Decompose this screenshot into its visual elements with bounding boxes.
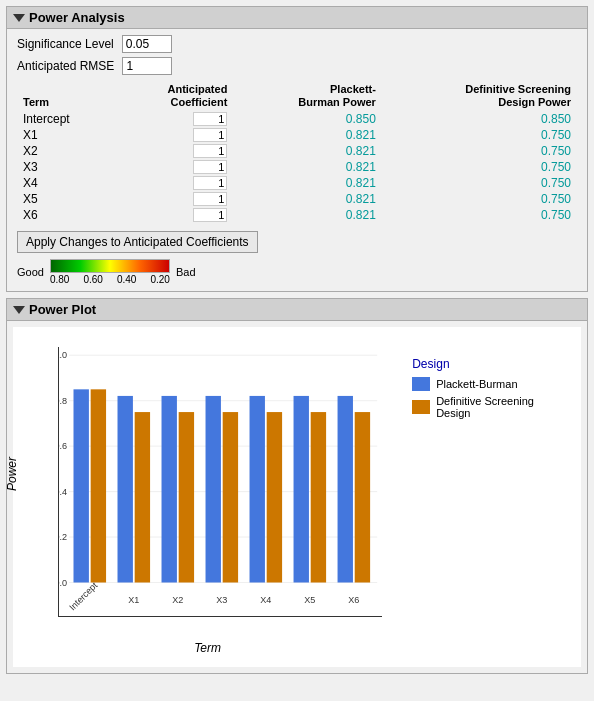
svg-text:Intercept: Intercept bbox=[67, 580, 99, 612]
legend-items: Plackett-Burman Definitive Screening Des… bbox=[412, 377, 571, 419]
pb-power-cell: 0.821 bbox=[233, 191, 382, 207]
col-dsd-power: Definitive ScreeningDesign Power bbox=[382, 81, 577, 111]
apply-btn-row: Apply Changes to Anticipated Coefficient… bbox=[17, 223, 577, 253]
dsd-power-cell: 0.750 bbox=[382, 175, 577, 191]
coeff-input-1[interactable] bbox=[193, 128, 227, 142]
svg-rect-16 bbox=[135, 412, 150, 582]
coeff-input-0[interactable] bbox=[193, 112, 227, 126]
coeff-cell bbox=[114, 207, 233, 223]
plot-container: Power 0.00.20.40.60.81.0InterceptX1X2X3X… bbox=[23, 337, 571, 657]
dsd-power-cell: 0.850 bbox=[382, 111, 577, 127]
term-name: X3 bbox=[17, 159, 114, 175]
y-axis-label: Power bbox=[5, 457, 19, 491]
svg-text:X5: X5 bbox=[304, 595, 315, 605]
svg-rect-30 bbox=[338, 396, 353, 583]
gradient-rect bbox=[50, 259, 170, 273]
term-name: X1 bbox=[17, 127, 114, 143]
svg-text:X2: X2 bbox=[172, 595, 183, 605]
pb-power-cell: 0.850 bbox=[233, 111, 382, 127]
svg-rect-22 bbox=[223, 412, 238, 582]
svg-rect-18 bbox=[162, 396, 177, 583]
pb-power-cell: 0.821 bbox=[233, 127, 382, 143]
gradient-bar: Good 0.80 0.60 0.40 0.20 Bad bbox=[17, 259, 577, 285]
coeff-cell bbox=[114, 159, 233, 175]
legend: Design Plackett-Burman Definitive Screen… bbox=[412, 337, 571, 423]
svg-text:X1: X1 bbox=[128, 595, 139, 605]
significance-row: Significance Level bbox=[17, 35, 577, 53]
svg-rect-31 bbox=[355, 412, 370, 582]
coeff-input-3[interactable] bbox=[193, 160, 227, 174]
significance-input[interactable] bbox=[122, 35, 172, 53]
collapse-icon[interactable] bbox=[13, 14, 25, 22]
power-plot-panel: Power Plot Power 0.00.20.40.60.81.0Inter… bbox=[6, 298, 588, 674]
coeff-input-2[interactable] bbox=[193, 144, 227, 158]
dsd-power-cell: 0.750 bbox=[382, 191, 577, 207]
svg-rect-19 bbox=[179, 412, 194, 582]
table-row: X3 0.821 0.750 bbox=[17, 159, 577, 175]
legend-color bbox=[412, 400, 430, 414]
coeff-cell bbox=[114, 175, 233, 191]
dsd-power-cell: 0.750 bbox=[382, 207, 577, 223]
svg-rect-12 bbox=[74, 390, 89, 583]
svg-text:0.6: 0.6 bbox=[59, 442, 67, 452]
table-row: Intercept 0.850 0.850 bbox=[17, 111, 577, 127]
rmse-label: Anticipated RMSE bbox=[17, 59, 114, 73]
plot-area: Power 0.00.20.40.60.81.0InterceptX1X2X3X… bbox=[13, 327, 581, 667]
term-name: X6 bbox=[17, 207, 114, 223]
svg-rect-21 bbox=[206, 396, 221, 583]
coeff-cell bbox=[114, 111, 233, 127]
pb-power-cell: 0.821 bbox=[233, 159, 382, 175]
coeff-cell bbox=[114, 191, 233, 207]
table-row: X2 0.821 0.750 bbox=[17, 143, 577, 159]
power-plot-collapse-icon[interactable] bbox=[13, 306, 25, 314]
coeff-input-5[interactable] bbox=[193, 192, 227, 206]
rmse-input[interactable] bbox=[122, 57, 172, 75]
legend-item: Definitive Screening Design bbox=[412, 395, 571, 419]
svg-text:X3: X3 bbox=[216, 595, 227, 605]
svg-rect-15 bbox=[118, 396, 133, 583]
svg-text:0.0: 0.0 bbox=[59, 578, 67, 588]
svg-text:X4: X4 bbox=[260, 595, 271, 605]
pb-power-cell: 0.821 bbox=[233, 175, 382, 191]
legend-color bbox=[412, 377, 430, 391]
dsd-power-cell: 0.750 bbox=[382, 127, 577, 143]
chart-wrapper: Power 0.00.20.40.60.81.0InterceptX1X2X3X… bbox=[23, 337, 392, 657]
svg-rect-25 bbox=[267, 412, 282, 582]
bad-label: Bad bbox=[176, 266, 196, 278]
svg-rect-27 bbox=[294, 396, 309, 583]
pb-power-cell: 0.821 bbox=[233, 207, 382, 223]
power-plot-header: Power Plot bbox=[7, 299, 587, 321]
legend-item: Plackett-Burman bbox=[412, 377, 571, 391]
good-label: Good bbox=[17, 266, 44, 278]
term-name: X5 bbox=[17, 191, 114, 207]
chart-svg: 0.00.20.40.60.81.0InterceptX1X2X3X4X5X6 bbox=[59, 347, 382, 616]
power-analysis-header: Power Analysis bbox=[7, 7, 587, 29]
legend-label: Definitive Screening Design bbox=[436, 395, 571, 419]
svg-text:0.4: 0.4 bbox=[59, 487, 67, 497]
x-axis-label: Term bbox=[194, 641, 221, 655]
term-name: Intercept bbox=[17, 111, 114, 127]
chart-area: 0.00.20.40.60.81.0InterceptX1X2X3X4X5X6 bbox=[58, 347, 382, 617]
power-analysis-panel: Power Analysis Significance Level Antici… bbox=[6, 6, 588, 292]
coeff-cell bbox=[114, 127, 233, 143]
table-row: X4 0.821 0.750 bbox=[17, 175, 577, 191]
power-analysis-title: Power Analysis bbox=[29, 10, 125, 25]
legend-title: Design bbox=[412, 357, 571, 371]
table-row: X6 0.821 0.750 bbox=[17, 207, 577, 223]
col-pb-power: Plackett-Burman Power bbox=[233, 81, 382, 111]
col-term: Term bbox=[17, 81, 114, 111]
dsd-power-cell: 0.750 bbox=[382, 159, 577, 175]
apply-changes-button[interactable]: Apply Changes to Anticipated Coefficient… bbox=[17, 231, 258, 253]
coeff-input-6[interactable] bbox=[193, 208, 227, 222]
pb-power-cell: 0.821 bbox=[233, 143, 382, 159]
gradient-labels: 0.80 0.60 0.40 0.20 bbox=[50, 274, 170, 285]
svg-text:0.8: 0.8 bbox=[59, 396, 67, 406]
power-plot-title: Power Plot bbox=[29, 302, 96, 317]
coeff-cell bbox=[114, 143, 233, 159]
term-name: X2 bbox=[17, 143, 114, 159]
coeff-input-4[interactable] bbox=[193, 176, 227, 190]
col-anticipated-coeff: AnticipatedCoefficient bbox=[114, 81, 233, 111]
term-name: X4 bbox=[17, 175, 114, 191]
svg-rect-28 bbox=[311, 412, 326, 582]
significance-label: Significance Level bbox=[17, 37, 114, 51]
